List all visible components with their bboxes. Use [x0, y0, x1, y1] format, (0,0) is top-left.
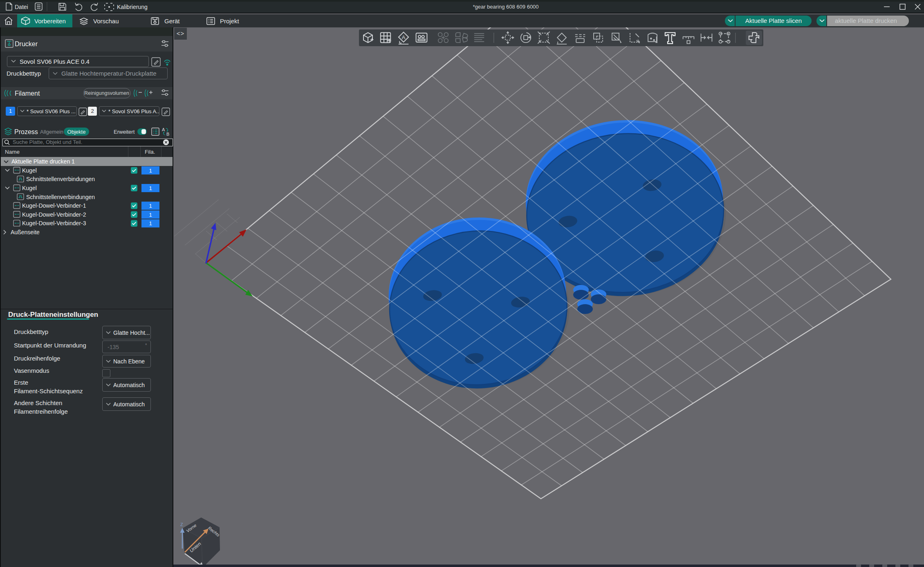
- svg-text:Allgemein: Allgemein: [40, 129, 63, 135]
- svg-text:*gear bearing 608 609 6000: *gear bearing 608 609 6000: [473, 4, 538, 10]
- svg-text:Außenseite: Außenseite: [11, 229, 40, 235]
- svg-text:Vorbereiten: Vorbereiten: [34, 18, 66, 25]
- svg-text:Kugel-Dowel-Verbinder-3: Kugel-Dowel-Verbinder-3: [22, 220, 86, 226]
- svg-text:1: 1: [149, 212, 152, 218]
- svg-text:Glatte Hochtemperatur-Druckpla: Glatte Hochtemperatur-Druckplatte: [61, 70, 157, 77]
- svg-text:Automatisch: Automatisch: [113, 401, 145, 408]
- svg-text:Suche Platte, Objekt und Teil.: Suche Platte, Objekt und Teil.: [13, 139, 82, 145]
- svg-text:Prozess: Prozess: [14, 128, 38, 135]
- svg-text:Aktuelle Platte drucken 1: Aktuelle Platte drucken 1: [11, 158, 75, 165]
- svg-text:Glatte Hocht...: Glatte Hocht...: [113, 329, 150, 336]
- svg-text:Gerät: Gerät: [164, 18, 180, 25]
- svg-text:Z: Z: [180, 522, 183, 527]
- svg-text:A: A: [402, 34, 406, 40]
- svg-text:1: 1: [149, 203, 152, 209]
- svg-text:* Sovol SV06 Plus ...: * Sovol SV06 Plus ...: [27, 108, 76, 114]
- svg-text:B: B: [166, 132, 169, 137]
- svg-text:Datei: Datei: [15, 4, 28, 10]
- svg-text:-135: -135: [108, 344, 119, 350]
- svg-text:Aktuelle Platte slicen: Aktuelle Platte slicen: [745, 17, 802, 24]
- svg-text:Filament: Filament: [15, 90, 40, 97]
- svg-text:Name: Name: [5, 149, 20, 155]
- svg-text:1: 1: [149, 168, 152, 174]
- svg-text:Drucker: Drucker: [15, 40, 38, 47]
- svg-text:Kugel-Dowel-Verbinder-1: Kugel-Dowel-Verbinder-1: [22, 202, 86, 209]
- svg-text:aktuelle Platte drucken: aktuelle Platte drucken: [835, 17, 897, 24]
- svg-text:1: 1: [149, 185, 152, 191]
- svg-text:Erweitert: Erweitert: [114, 129, 135, 135]
- svg-text:Fila.: Fila.: [145, 149, 155, 155]
- svg-text:Reinigungsvolumen: Reinigungsvolumen: [84, 90, 129, 96]
- svg-text:Kalibrierung: Kalibrierung: [117, 4, 148, 10]
- svg-text:Objekte: Objekte: [67, 129, 86, 135]
- svg-text:Sovol SV06 Plus ACE 0.4: Sovol SV06 Plus ACE 0.4: [20, 58, 90, 65]
- svg-text:Kugel-Dowel-Verbinder-2: Kugel-Dowel-Verbinder-2: [22, 211, 86, 218]
- svg-text:Vorschau: Vorschau: [93, 18, 119, 25]
- svg-text:* Sovol SV06 Plus A...: * Sovol SV06 Plus A...: [108, 108, 159, 114]
- svg-text:Projekt: Projekt: [220, 18, 240, 25]
- svg-text:Schnittstellenverbindungen: Schnittstellenverbindungen: [26, 194, 95, 200]
- svg-text:Kugel: Kugel: [22, 167, 37, 174]
- svg-text:Automatisch: Automatisch: [113, 382, 145, 388]
- svg-text:Kugel: Kugel: [22, 185, 37, 191]
- svg-text:Schnittstellenverbindungen: Schnittstellenverbindungen: [26, 176, 95, 182]
- svg-text:Nach Ebene: Nach Ebene: [113, 358, 145, 365]
- svg-text:1: 1: [149, 220, 152, 226]
- svg-text:°: °: [145, 343, 147, 347]
- svg-text:A: A: [162, 127, 165, 132]
